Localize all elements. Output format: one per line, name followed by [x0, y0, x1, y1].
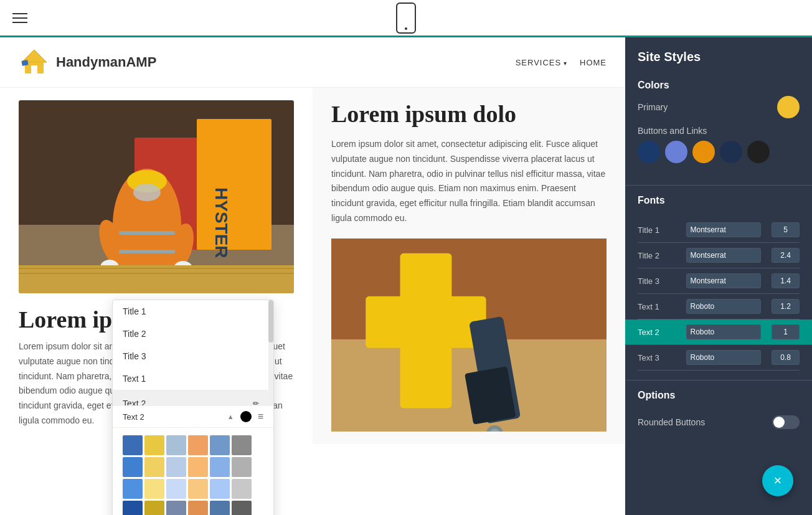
text-align-icon[interactable]: ≡: [258, 411, 263, 422]
font-label-text3: Text 3: [638, 353, 675, 362]
font-size-text3[interactable]: [772, 350, 800, 365]
swatch-blue-light-2[interactable]: [166, 457, 186, 477]
phone-preview-button[interactable]: [396, 2, 416, 34]
site-logo-text: HandymanAMP: [56, 54, 156, 70]
btn-color-3[interactable]: [692, 141, 715, 163]
text-color-swatch[interactable]: [240, 411, 252, 422]
content-grid: HYSTER: [0, 88, 625, 444]
logo-icon: [19, 47, 50, 78]
svg-rect-19: [19, 265, 294, 293]
dropdown-scrollbar[interactable]: [268, 300, 273, 406]
swatch-blue-lighter[interactable]: [123, 479, 143, 499]
fonts-section-title: Fonts: [625, 189, 812, 211]
swatch-yellow-2[interactable]: [144, 457, 164, 477]
right-section-title: Lorem ipsum dolo: [331, 100, 607, 128]
swatch-steel[interactable]: [166, 501, 186, 515]
left-column: HYSTER: [0, 88, 313, 444]
color-row-3: [123, 479, 263, 499]
primary-label: Primary: [638, 102, 668, 112]
font-select-title2[interactable]: Montserrat: [686, 248, 761, 263]
swatch-orange[interactable]: [188, 435, 208, 455]
btn-color-5[interactable]: [747, 141, 770, 163]
svg-rect-17: [119, 231, 175, 235]
color-grid: [113, 428, 273, 515]
fonts-section: Title 1 Montserrat Title 2 Montserrat Ti…: [625, 211, 812, 377]
dropdown-list[interactable]: Title 1 Title 2 Title 3 Text 1: [113, 300, 273, 406]
phone-home-button: [405, 27, 407, 30]
color-row-1: [123, 435, 263, 455]
close-icon: ×: [774, 473, 782, 489]
panel-title: Site Styles: [625, 37, 812, 73]
dropdown-item-title3[interactable]: Title 3: [113, 345, 273, 367]
styles-panel: Site Styles Colors Primary Buttons and L…: [625, 37, 812, 515]
swatch-cornflower[interactable]: [210, 435, 230, 455]
color-row-2: [123, 457, 263, 477]
svg-rect-25: [366, 296, 486, 348]
swatch-slate[interactable]: [210, 501, 230, 515]
rounded-buttons-toggle[interactable]: [772, 415, 800, 429]
font-size-title3[interactable]: [772, 273, 800, 288]
rounded-buttons-label: Rounded Buttons: [638, 417, 705, 427]
font-size-title1[interactable]: [772, 222, 800, 237]
hero-image: HYSTER: [19, 100, 294, 293]
swatch-blue-3[interactable]: [210, 457, 230, 477]
font-row-title3: Title 3 Montserrat: [638, 268, 800, 294]
colors-section-title: Colors: [625, 73, 812, 96]
svg-rect-3: [21, 60, 28, 66]
btn-color-2[interactable]: [665, 141, 687, 163]
edit-pencil-icon[interactable]: ✏: [248, 396, 263, 406]
panel-divider-2: [625, 380, 812, 380]
swatch-blue-light[interactable]: [166, 435, 186, 455]
swatch-amber[interactable]: [144, 501, 164, 515]
swatch-very-light-blue[interactable]: [166, 479, 186, 499]
svg-rect-18: [119, 250, 175, 253]
font-select-text2[interactable]: Roboto: [686, 324, 761, 339]
swatch-blue-dark-2[interactable]: [123, 501, 143, 515]
close-button[interactable]: ×: [762, 465, 793, 496]
swatch-yellow-3[interactable]: [144, 479, 164, 499]
swatch-gray-2[interactable]: [232, 457, 252, 477]
btn-color-4[interactable]: [720, 141, 742, 163]
selected-label: Text 2: [123, 412, 221, 422]
swatch-burnt-orange[interactable]: [188, 501, 208, 515]
selected-text-row: Text 2 ▲ ≡: [113, 406, 273, 428]
dropdown-item-title2[interactable]: Title 2: [113, 323, 273, 345]
swatch-sky[interactable]: [210, 479, 230, 499]
svg-rect-2: [31, 65, 37, 73]
swatch-gray-1[interactable]: [232, 435, 252, 455]
dropdown-item-text1[interactable]: Text 1: [113, 367, 273, 390]
btn-color-1[interactable]: [638, 141, 660, 163]
swatch-orange-2[interactable]: [188, 457, 208, 477]
font-row-text1: Text 1 Roboto: [638, 294, 800, 319]
color-row-4: [123, 501, 263, 515]
swatch-peach[interactable]: [188, 479, 208, 499]
swatch-blue-dark[interactable]: [123, 435, 143, 455]
font-label-text2: Text 2: [638, 328, 675, 337]
colors-section: Primary Buttons and Links: [625, 96, 812, 182]
font-select-text1[interactable]: Roboto: [686, 299, 761, 314]
hamburger-menu[interactable]: [12, 13, 27, 23]
swatch-blue-2[interactable]: [123, 457, 143, 477]
font-size-text2[interactable]: [772, 324, 800, 339]
font-size-title2[interactable]: [772, 248, 800, 263]
primary-color-picker[interactable]: [777, 96, 800, 118]
top-bar: [0, 0, 812, 37]
svg-rect-27: [465, 366, 516, 425]
right-section-body: Lorem ipsum dolor sit amet, consectetur …: [331, 137, 607, 226]
swatch-yellow[interactable]: [144, 435, 164, 455]
font-select-title1[interactable]: Montserrat: [686, 222, 761, 237]
site-header: HandymanAMP SERVICES HOME: [0, 37, 625, 88]
swatch-gray-3[interactable]: [232, 479, 252, 499]
dropdown-item-text2[interactable]: Text 2 ✏: [113, 390, 273, 406]
main-layout: HandymanAMP SERVICES HOME: [0, 37, 812, 515]
dropdown-item-title1[interactable]: Title 1: [113, 300, 273, 323]
nav-services[interactable]: SERVICES: [516, 58, 567, 67]
font-row-text2: Text 2 Roboto: [625, 319, 812, 345]
font-select-text3[interactable]: Roboto: [686, 350, 761, 365]
swatch-dark-gray[interactable]: [232, 501, 252, 515]
font-select-title3[interactable]: Montserrat: [686, 273, 761, 288]
font-size-text1[interactable]: [772, 299, 800, 314]
logo-area: HandymanAMP: [19, 47, 156, 78]
nav-home[interactable]: HOME: [580, 58, 607, 67]
preview-area: HandymanAMP SERVICES HOME: [0, 37, 625, 515]
